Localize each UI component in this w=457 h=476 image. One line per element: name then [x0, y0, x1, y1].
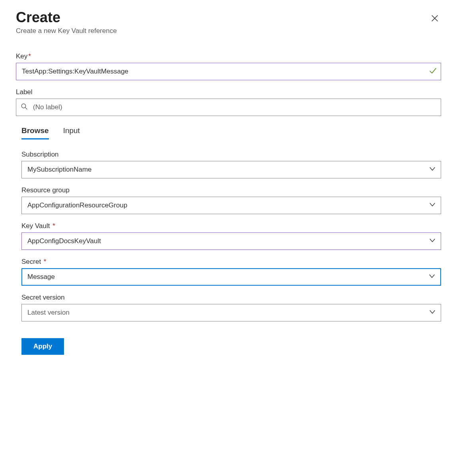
label-field-label: Label	[16, 88, 441, 96]
key-vault-value: AppConfigDocsKeyVault	[27, 237, 101, 245]
key-vault-label: Key Vault *	[21, 222, 441, 230]
secret-label: Secret *	[21, 258, 441, 266]
chevron-down-icon	[429, 308, 436, 317]
required-asterisk: *	[28, 52, 31, 60]
tab-browse[interactable]: Browse	[21, 125, 49, 139]
chevron-down-icon	[428, 272, 436, 281]
key-label: Key*	[16, 52, 441, 60]
resource-group-dropdown[interactable]: AppConfigurationResourceGroup	[21, 197, 441, 214]
subscription-value: MySubscriptionName	[27, 166, 92, 174]
page-title: Create	[16, 10, 117, 25]
required-asterisk: *	[42, 258, 46, 265]
key-vault-label-text: Key Vault	[21, 222, 50, 230]
secret-version-placeholder: Latest version	[27, 309, 70, 317]
subscription-dropdown[interactable]: MySubscriptionName	[21, 161, 441, 178]
resource-group-value: AppConfigurationResourceGroup	[27, 201, 127, 209]
key-label-text: Key	[16, 52, 27, 60]
chevron-down-icon	[429, 236, 436, 246]
label-input[interactable]	[16, 99, 441, 116]
secret-version-dropdown[interactable]: Latest version	[21, 304, 441, 321]
secret-value: Message	[27, 273, 55, 281]
apply-button[interactable]: Apply	[21, 338, 64, 355]
chevron-down-icon	[429, 165, 436, 174]
subscription-label: Subscription	[21, 151, 441, 159]
secret-version-label: Secret version	[21, 294, 441, 302]
page-subtitle: Create a new Key Vault reference	[16, 27, 117, 35]
secret-label-text: Secret	[21, 258, 41, 265]
close-icon	[431, 14, 439, 22]
resource-group-label: Resource group	[21, 186, 441, 194]
close-button[interactable]	[428, 12, 441, 25]
required-asterisk: *	[51, 222, 55, 230]
tab-input[interactable]: Input	[63, 125, 80, 139]
secret-dropdown[interactable]: Message	[21, 268, 441, 286]
chevron-down-icon	[429, 201, 436, 210]
key-input[interactable]	[16, 63, 441, 80]
tabs: Browse Input	[21, 125, 441, 139]
key-vault-dropdown[interactable]: AppConfigDocsKeyVault	[21, 232, 441, 250]
